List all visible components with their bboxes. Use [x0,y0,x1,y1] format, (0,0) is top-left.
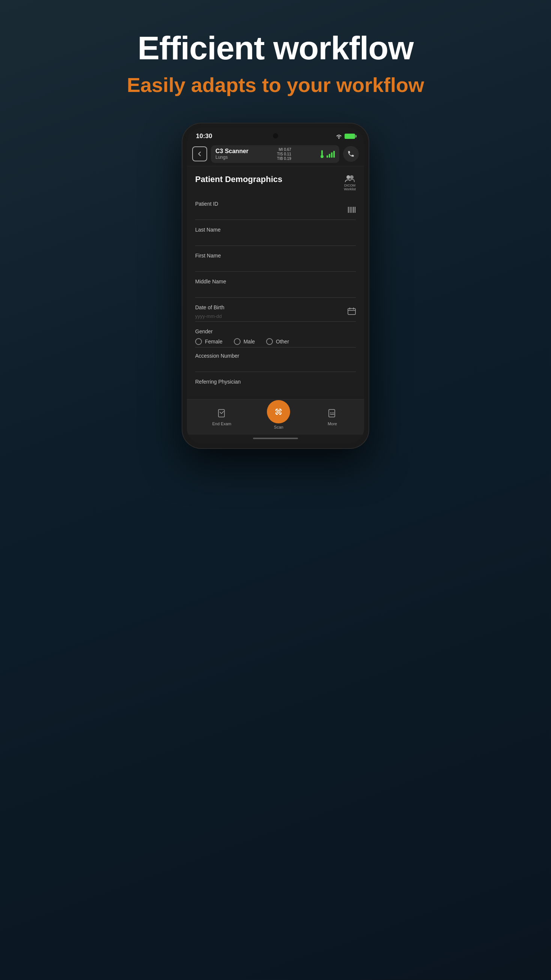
status-bar: 10:30 [187,128,364,142]
gender-female-radio[interactable] [195,338,202,345]
metric-tib: TIB 0.19 [277,156,291,161]
svg-rect-6 [350,207,351,213]
first-name-field: First Name [195,247,356,272]
patient-id-input[interactable] [195,210,356,217]
referring-physician-field: Referring Physician [195,374,356,398]
gender-male-radio[interactable] [234,338,240,345]
home-indicator [187,434,364,444]
svg-rect-5 [349,207,350,213]
last-name-label: Last Name [195,227,356,233]
thermometer-icon [320,150,324,158]
tab-more[interactable]: More [326,407,339,426]
svg-point-20 [333,412,334,413]
tab-end-exam[interactable]: End Exam [212,407,232,426]
gender-other-option[interactable]: Other [266,338,289,345]
gender-male-label: Male [244,339,255,345]
svg-rect-10 [348,309,355,315]
device-name: C3 Scanner [215,148,248,154]
scan-icon [273,406,284,417]
svg-point-2 [346,175,350,179]
accession-number-label: Accession Number [195,353,356,359]
device-info-bar: C3 Scanner Lungs MI 0.67 TIS 0.11 TIB 0.… [211,145,339,163]
calendar-icon[interactable] [347,307,356,317]
wifi-icon [336,134,342,139]
page-subheadline: Easily adapts to your workflow [127,73,424,97]
svg-rect-9 [355,207,355,213]
form-header: Patient Demographics DICOMWorklist [187,166,364,196]
tab-scan[interactable]: Scan [267,404,290,430]
dob-label: Date of Birth [195,304,356,310]
patient-id-field: Patient ID [195,196,356,220]
form-title: Patient Demographics [195,175,282,184]
page-headline: Efficient workflow [138,30,414,67]
device-metrics: MI 0.67 TIS 0.11 TIB 0.19 [277,148,291,161]
gender-male-option[interactable]: Male [234,338,255,345]
device-name-section: C3 Scanner Lungs [215,148,248,160]
end-exam-icon [215,407,228,420]
svg-rect-0 [321,150,323,155]
svg-point-18 [330,412,331,413]
more-icon [326,407,339,420]
middle-name-field: Middle Name [195,273,356,298]
gender-label: Gender [195,328,356,334]
dicom-people-icon [344,175,355,183]
gender-female-option[interactable]: Female [195,338,223,345]
accession-number-field: Accession Number [195,348,356,372]
metric-tis: TIS 0.11 [277,152,291,156]
signal-bars-icon [326,150,335,158]
scan-label: Scan [274,425,283,430]
last-name-field: Last Name [195,221,356,246]
dicom-worklist-button[interactable]: DICOMWorklist [344,175,356,191]
dob-field: Date of Birth yyyy-mm-dd [195,299,356,322]
middle-name-label: Middle Name [195,278,356,285]
gender-female-label: Female [205,339,223,345]
first-name-label: First Name [195,253,356,259]
camera-notch [273,133,278,138]
svg-rect-7 [352,207,352,213]
tab-bar: End Exam Scan [187,399,364,434]
device-preset: Lungs [215,154,248,160]
phone-call-button[interactable] [343,146,359,162]
form-area: Patient Demographics DICOMWorklist Patie… [187,166,364,398]
back-button[interactable] [192,146,207,161]
dicom-label: DICOMWorklist [344,183,356,191]
gender-options: Female Male Other [195,338,356,345]
middle-name-input[interactable] [195,288,356,295]
form-fields: Patient ID La [187,196,364,398]
home-bar [253,438,298,439]
patient-id-label: Patient ID [195,201,356,207]
svg-point-16 [278,411,279,412]
dob-placeholder[interactable]: yyyy-mm-dd [195,313,356,319]
referring-physician-input[interactable] [195,388,356,395]
end-exam-label: End Exam [212,422,232,426]
gender-field: Gender Female Male Other [195,323,356,348]
metric-mi: MI 0.67 [279,148,291,152]
svg-point-3 [350,175,354,179]
device-header: C3 Scanner Lungs MI 0.67 TIS 0.11 TIB 0.… [187,142,364,166]
device-right-icons [320,150,335,158]
scan-button[interactable] [267,400,290,423]
gender-other-label: Other [276,339,289,345]
battery-icon [344,134,355,139]
phone-screen: 10:30 C3 Scanner [187,128,364,444]
referring-physician-label: Referring Physician [195,379,356,385]
svg-point-1 [320,155,323,158]
svg-rect-8 [353,207,354,213]
phone-mockup: 10:30 C3 Scanner [182,123,369,449]
status-icons [336,134,355,139]
first-name-input[interactable] [195,262,356,269]
gender-other-radio[interactable] [266,338,273,345]
more-label: More [328,422,337,426]
status-time: 10:30 [196,132,212,140]
barcode-icon[interactable] [347,207,356,215]
accession-number-input[interactable] [195,362,356,369]
svg-rect-4 [348,207,349,213]
svg-point-19 [332,412,333,413]
last-name-input[interactable] [195,236,356,243]
